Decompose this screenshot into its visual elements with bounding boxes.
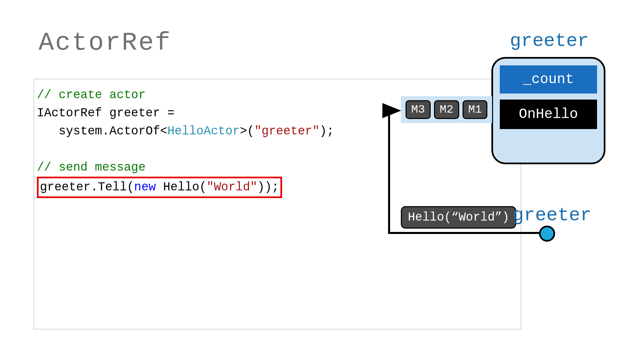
code-comment-send: // send message — [37, 161, 146, 174]
code-line-3b: >( — [240, 124, 254, 138]
code-line-2: IActorRef greeter = — [37, 106, 174, 120]
code-type: HelloActor — [167, 124, 240, 138]
code-line-3c: ); — [320, 124, 334, 138]
actor-box: _count OnHello — [491, 57, 605, 164]
greeter-label-top: greeter — [510, 30, 589, 52]
code-line-3a: system.ActorOf< — [37, 124, 167, 138]
greeter-label-bottom: greeter — [513, 204, 591, 226]
actor-handler: OnHello — [500, 100, 597, 129]
code-comment-create: // create actor — [37, 88, 146, 102]
message-pill: Hello(“World”) — [401, 206, 516, 229]
code-line-5b: Hello( — [156, 180, 207, 194]
sender-dot — [539, 226, 555, 242]
mailbox-msg-m1: M1 — [463, 100, 488, 119]
mailbox-queue: M3 M2 M1 — [401, 96, 492, 123]
code-keyword-new: new — [134, 180, 156, 194]
code-line-5a: greeter.Tell( — [40, 180, 134, 194]
highlighted-code: greeter.Tell(new Hello("World")); — [37, 177, 282, 198]
code-string-world: "World" — [207, 180, 257, 194]
code-line-5c: )); — [257, 180, 279, 194]
mailbox-msg-m2: M2 — [434, 100, 459, 119]
slide-title: ActorRef — [39, 28, 172, 57]
code-string-greeter: "greeter" — [254, 124, 319, 138]
mailbox-msg-m3: M3 — [406, 100, 431, 119]
actor-state-field: _count — [500, 65, 597, 94]
